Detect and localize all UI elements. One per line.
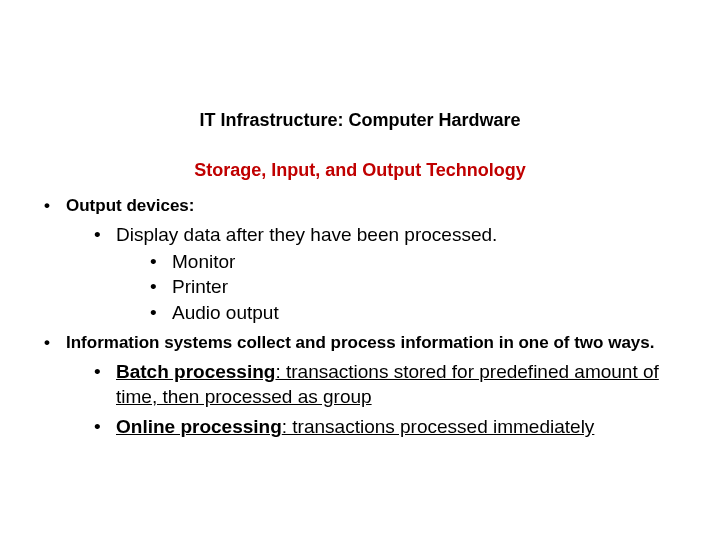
text: Audio output xyxy=(172,302,279,323)
bullet-list-level2: Batch processing: transactions stored fo… xyxy=(66,360,680,440)
text: : transactions processed immediately xyxy=(282,416,595,437)
bullet-display-data: Display data after they have been proces… xyxy=(90,223,680,326)
slide-content: Output devices: Display data after they … xyxy=(40,195,680,446)
text: Information systems collect and process … xyxy=(66,333,655,352)
slide-subtitle: Storage, Input, and Output Technology xyxy=(0,160,720,181)
text: Printer xyxy=(172,276,228,297)
bullet-output-devices: Output devices: Display data after they … xyxy=(40,195,680,326)
text: Output devices: xyxy=(66,196,194,215)
bullet-list-level2: Display data after they have been proces… xyxy=(66,223,680,326)
bullet-online-processing: Online processing: transactions processe… xyxy=(90,415,680,440)
bullet-printer: Printer xyxy=(146,275,680,300)
bullet-audio-output: Audio output xyxy=(146,301,680,326)
slide: IT Infrastructure: Computer Hardware Sto… xyxy=(0,0,720,540)
bullet-info-systems: Information systems collect and process … xyxy=(40,332,680,440)
bullet-list-level1: Output devices: Display data after they … xyxy=(40,195,680,440)
term: Online processing xyxy=(116,416,282,437)
bullet-list-level3: Monitor Printer Audio output xyxy=(116,250,680,326)
slide-title: IT Infrastructure: Computer Hardware xyxy=(0,110,720,131)
bullet-batch-processing: Batch processing: transactions stored fo… xyxy=(90,360,680,409)
bullet-monitor: Monitor xyxy=(146,250,680,275)
text: Display data after they have been proces… xyxy=(116,224,497,245)
term: Batch processing xyxy=(116,361,275,382)
text: Monitor xyxy=(172,251,235,272)
